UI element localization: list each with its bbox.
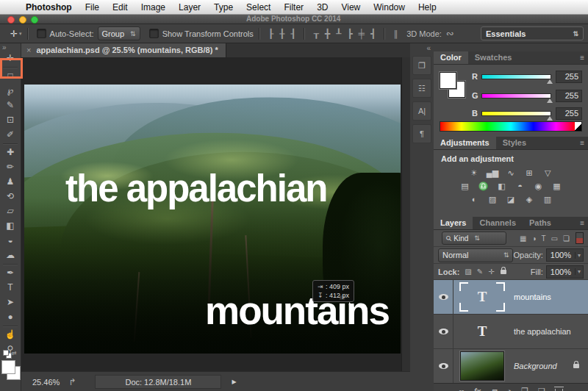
blend-mode-dropdown[interactable]: Normal ⇅: [438, 248, 513, 262]
tab-layers[interactable]: Layers: [434, 217, 473, 229]
ellipse-tool[interactable]: ●: [0, 310, 21, 325]
menu-window[interactable]: Window: [367, 2, 412, 12]
panel-menu-icon[interactable]: ≡: [580, 54, 584, 62]
character-panel-button[interactable]: A|: [412, 101, 431, 121]
background-layer-thumbnail[interactable]: [460, 351, 504, 381]
document-size-field[interactable]: Doc: 12.8M/18.1M: [95, 375, 221, 389]
zoom-level-field[interactable]: 25.46%: [32, 378, 60, 387]
smudge-tool[interactable]: ◒: [0, 234, 21, 248]
channel-mixer-icon[interactable]: ◉: [533, 181, 545, 191]
menu-3d[interactable]: 3D: [310, 2, 334, 12]
eraser-tool[interactable]: ▱: [0, 204, 21, 219]
blue-value-field[interactable]: 255: [556, 107, 582, 120]
filter-shape-layers-icon[interactable]: ▭: [551, 234, 558, 243]
eye-icon[interactable]: [439, 363, 448, 369]
layer-row-mountains[interactable]: T mountains: [434, 280, 588, 315]
green-value-field[interactable]: 255: [556, 90, 582, 102]
pen-tool[interactable]: ✒: [0, 266, 21, 281]
hue-saturation-icon[interactable]: ▤: [459, 181, 471, 191]
healing-brush-tool[interactable]: ✚: [0, 146, 21, 160]
slider-thumb-icon[interactable]: [547, 98, 553, 103]
dropdown-arrow-icon[interactable]: ▾: [575, 268, 581, 275]
layer-row-the-appalachian[interactable]: T the appalachian: [434, 315, 588, 349]
document-tab[interactable]: × appalachian.psd @ 25.5% (mountains, RG…: [21, 43, 226, 57]
levels-icon[interactable]: ▄▆: [487, 168, 498, 178]
layer-name[interactable]: Background: [511, 362, 573, 370]
link-layers-icon[interactable]: ∞: [459, 387, 465, 391]
curves-icon[interactable]: ∿: [505, 168, 517, 178]
slider-thumb-icon[interactable]: [547, 116, 553, 121]
crop-tool[interactable]: ⊡: [0, 113, 21, 128]
opacity-field[interactable]: 100% ▾: [546, 248, 584, 262]
dropdown-arrow-icon[interactable]: ▾: [575, 252, 581, 259]
layer-style-icon[interactable]: fx.: [474, 387, 483, 391]
invert-icon[interactable]: ◐: [468, 194, 480, 204]
menu-filter[interactable]: Filter: [277, 2, 310, 12]
lock-transparent-pixels-icon[interactable]: ▨: [465, 268, 471, 276]
menu-edit[interactable]: Edit: [106, 2, 135, 12]
menu-help[interactable]: Help: [412, 2, 443, 12]
layer-filtering-toggle[interactable]: [576, 232, 584, 244]
eyedropper-tool[interactable]: ✐: [0, 128, 21, 143]
layer-filter-kind-dropdown[interactable]: ⚲ Kind ⇅: [442, 232, 506, 245]
align-right-edges-icon[interactable]: ┨: [287, 29, 298, 38]
gradient-tool[interactable]: ◧: [0, 219, 21, 234]
clone-stamp-tool[interactable]: ♟: [0, 175, 21, 190]
color-lookup-icon[interactable]: ▦: [551, 181, 563, 191]
menu-file[interactable]: File: [79, 2, 106, 12]
tab-adjustments[interactable]: Adjustments: [434, 137, 496, 149]
menu-select[interactable]: Select: [240, 2, 277, 12]
layer-name[interactable]: mountains: [511, 293, 588, 301]
history-brush-tool[interactable]: ⟲: [0, 190, 21, 204]
align-bottom-edges-icon[interactable]: ┸: [333, 29, 344, 38]
tab-color[interactable]: Color: [434, 51, 468, 64]
text-layer-thumbnail-selected[interactable]: T: [459, 282, 505, 312]
path-selection-tool[interactable]: ➤: [0, 295, 21, 310]
add-layer-mask-icon[interactable]: ◙: [492, 387, 498, 391]
tool-preset-arrow-icon[interactable]: ▾: [19, 31, 22, 37]
align-vertical-centers-icon[interactable]: ╋: [322, 29, 333, 38]
panel-menu-icon[interactable]: ≡: [580, 139, 584, 147]
threshold-icon[interactable]: ◪: [505, 194, 517, 204]
visibility-cell[interactable]: [434, 280, 453, 314]
close-tab-icon[interactable]: ×: [26, 46, 31, 54]
filter-type-layers-icon[interactable]: T: [541, 234, 545, 243]
distribute-left-edges-icon[interactable]: ┣: [344, 29, 355, 38]
distribute-spacing-icon[interactable]: ∥: [390, 29, 401, 38]
share-icon[interactable]: ↱: [68, 377, 76, 387]
auto-select-checkbox[interactable]: [37, 29, 46, 38]
distribute-horizontal-centers-icon[interactable]: ╪: [355, 29, 368, 38]
history-panel-button[interactable]: ❐: [412, 56, 431, 75]
collapse-tools-icon[interactable]: »: [0, 43, 21, 51]
swap-colors-icon[interactable]: ⇄: [12, 350, 17, 356]
red-slider[interactable]: [481, 74, 551, 79]
color-spectrum-ramp[interactable]: [440, 121, 582, 132]
visibility-cell[interactable]: [434, 315, 453, 348]
hand-tool[interactable]: ☝: [0, 328, 21, 342]
default-colors-icon[interactable]: [3, 350, 9, 356]
menu-image[interactable]: Image: [135, 2, 172, 12]
filter-adjustment-layers-icon[interactable]: ◑: [531, 234, 536, 243]
selective-color-icon[interactable]: ◈: [523, 194, 535, 204]
foreground-color-swatch[interactable]: [1, 360, 15, 374]
menu-layer[interactable]: Layer: [172, 2, 207, 12]
quick-selection-tool[interactable]: ✎: [0, 98, 21, 113]
align-top-edges-icon[interactable]: ┰: [310, 29, 321, 38]
fill-field[interactable]: 100% ▾: [546, 265, 584, 279]
foreground-color-swatch[interactable]: [440, 72, 456, 89]
close-window-button[interactable]: [7, 16, 15, 24]
new-adjustment-layer-icon[interactable]: ◑: [506, 387, 512, 391]
lock-all-icon[interactable]: [501, 270, 506, 274]
delete-layer-icon[interactable]: [555, 389, 563, 391]
layer-name[interactable]: the appalachian: [511, 327, 588, 336]
eye-icon[interactable]: [439, 329, 448, 334]
tab-channels[interactable]: Channels: [473, 217, 523, 229]
align-left-edges-icon[interactable]: ┠: [265, 29, 276, 38]
workspace-dropdown[interactable]: Essentials ⇅: [481, 26, 584, 40]
posterize-icon[interactable]: ▨: [487, 194, 498, 204]
vibrance-icon[interactable]: ▽: [542, 168, 553, 178]
gradient-map-icon[interactable]: ▥: [542, 194, 553, 204]
lasso-tool[interactable]: ℘: [0, 84, 21, 98]
tab-paths[interactable]: Paths: [523, 217, 558, 229]
panel-menu-icon[interactable]: ≡: [580, 219, 584, 227]
